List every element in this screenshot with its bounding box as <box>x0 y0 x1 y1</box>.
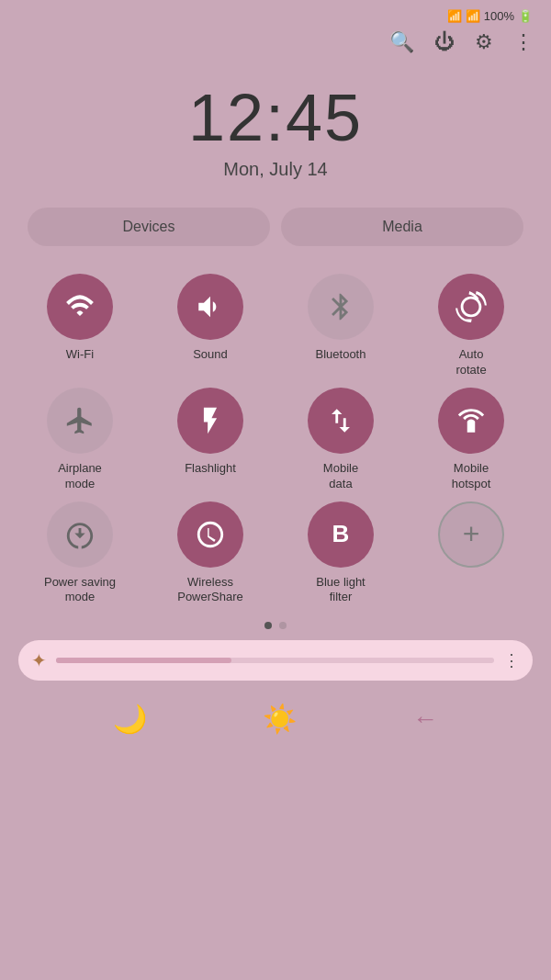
qs-hotspot-icon <box>438 388 504 454</box>
qs-flashlight-icon <box>177 388 243 454</box>
brightness-row[interactable]: ✦ ⋮ <box>18 640 533 681</box>
settings-icon[interactable]: ⚙ <box>475 30 493 54</box>
qs-bluetooth-label: Bluetooth <box>316 347 366 363</box>
qs-autorotate[interactable]: Autorotate <box>410 274 533 378</box>
qs-powersaving[interactable]: Power savingmode <box>18 501 141 606</box>
brightness-more-icon[interactable]: ⋮ <box>503 650 520 670</box>
clock-time: 12:45 <box>0 80 551 155</box>
clock-area: 12:45 Mon, July 14 <box>0 62 551 189</box>
qs-airplane-icon <box>47 388 113 454</box>
qs-bluelightfilter[interactable]: B Blue lightfilter <box>279 501 402 606</box>
tab-devices[interactable]: Devices <box>28 208 270 246</box>
brightness-fill <box>56 658 231 663</box>
qs-wifi-label: Wi-Fi <box>66 347 94 363</box>
quick-settings-grid: Wi-Fi Sound Bluetooth Autorotate Airplan… <box>0 255 551 614</box>
qs-autorotate-label: Autorotate <box>455 347 486 378</box>
qs-sound-label: Sound <box>193 347 228 363</box>
qs-wifi[interactable]: Wi-Fi <box>18 274 141 378</box>
page-dot-2 <box>279 622 287 629</box>
qs-flashlight[interactable]: Flashlight <box>149 388 272 492</box>
status-icons: 📶 📶 100% 🔋 <box>447 9 533 23</box>
qs-hotspot[interactable]: Mobilehotspot <box>410 388 533 492</box>
battery-label: 100% <box>484 9 514 23</box>
qs-mobiledata[interactable]: Mobiledata <box>279 388 402 492</box>
qs-hotspot-label: Mobilehotspot <box>452 461 491 492</box>
qs-autorotate-icon <box>438 274 504 340</box>
wifi-status-icon: 📶 <box>447 9 462 23</box>
qs-wirelesspowershare-icon <box>177 501 243 568</box>
tabs-row: Devices Media <box>0 189 551 255</box>
qs-airplane-label: Airplanemode <box>58 461 102 492</box>
bottom-nav: 🌙 ☀️ ← <box>0 688 551 749</box>
brightness-track[interactable] <box>56 658 494 663</box>
qs-bluelightfilter-label: Blue lightfilter <box>316 575 365 606</box>
qs-powersaving-label: Power savingmode <box>44 575 116 606</box>
signal-icon: 📶 <box>466 9 480 23</box>
back-icon[interactable]: ← <box>412 704 438 734</box>
qs-sound[interactable]: Sound <box>149 274 272 378</box>
qs-flashlight-label: Flashlight <box>185 461 236 477</box>
top-actions: 🔍 ⏻ ⚙ ⋮ <box>0 23 551 62</box>
qs-mobiledata-icon <box>308 388 374 454</box>
status-bar: 📶 📶 100% 🔋 <box>0 0 551 23</box>
clock-date: Mon, July 14 <box>0 159 551 180</box>
qs-add-icon: + <box>438 501 504 568</box>
page-dot-1 <box>264 622 272 629</box>
qs-bluetooth[interactable]: Bluetooth <box>279 274 402 378</box>
qs-bluetooth-icon <box>308 274 374 340</box>
moon-icon[interactable]: 🌙 <box>113 703 147 735</box>
qs-wirelesspowershare[interactable]: WirelessPowerShare <box>149 501 272 606</box>
qs-bluelightfilter-icon: B <box>308 501 374 568</box>
qs-wifi-icon <box>47 274 113 340</box>
qs-mobiledata-label: Mobiledata <box>323 461 358 492</box>
qs-airplane[interactable]: Airplanemode <box>18 388 141 492</box>
tab-media[interactable]: Media <box>281 208 523 246</box>
qs-powersaving-icon <box>47 501 113 568</box>
brightness-icon: ✦ <box>31 649 47 671</box>
qs-sound-icon <box>177 274 243 340</box>
battery-icon: 🔋 <box>518 9 533 23</box>
qs-wirelesspowershare-label: WirelessPowerShare <box>177 575 243 606</box>
page-dots <box>0 614 551 633</box>
search-icon[interactable]: 🔍 <box>389 30 414 54</box>
power-icon[interactable]: ⏻ <box>434 30 455 54</box>
qs-add[interactable]: + <box>410 501 533 606</box>
sun-icon[interactable]: ☀️ <box>263 703 297 735</box>
more-icon[interactable]: ⋮ <box>513 30 533 54</box>
